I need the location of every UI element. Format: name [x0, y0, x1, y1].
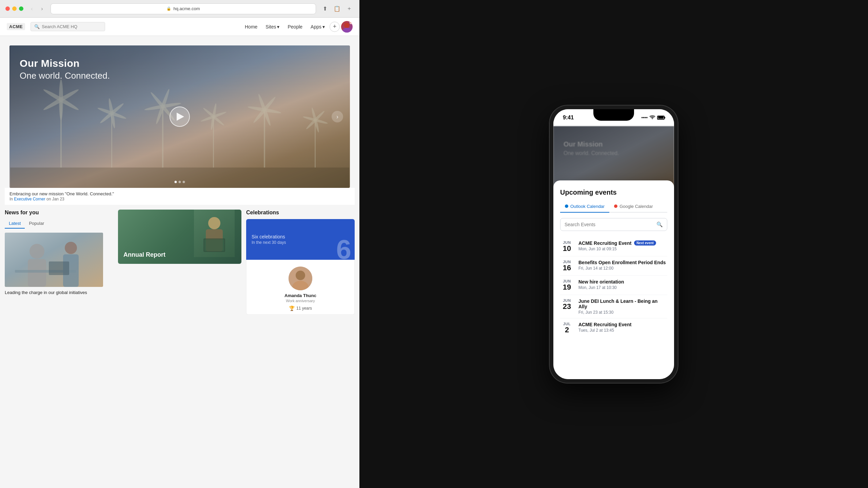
- chevron-down-icon: ▾: [277, 24, 279, 30]
- news-tabs: Latest Popular: [5, 219, 113, 229]
- svg-point-41: [296, 271, 305, 280]
- news-title: News for you: [5, 210, 113, 216]
- tab-popular[interactable]: Popular: [25, 219, 48, 229]
- play-button[interactable]: [170, 106, 190, 127]
- search-icon: 🔍: [656, 221, 663, 228]
- event-time-2: Fri, Jun 14 at 12:00: [578, 266, 667, 271]
- phone-side: 9:41 ▪▪▪▪: [359, 0, 868, 488]
- events-card: Upcoming events Outlook Calendar Google …: [553, 180, 674, 379]
- svg-point-48: [614, 204, 617, 208]
- celebrations-header: Six celebrations In the next 30 days 6: [246, 219, 355, 260]
- nav-home[interactable]: Home: [241, 22, 261, 32]
- site-wrapper: ACME 🔍 Home Sites ▾ People Apps ▾ +: [0, 18, 359, 488]
- signal-icon: ▪▪▪▪: [642, 115, 648, 120]
- news-image-bg: [5, 233, 103, 287]
- hero-dot-3[interactable]: [183, 181, 185, 183]
- phone-screen: 9:41 ▪▪▪▪: [553, 109, 674, 379]
- event-date-4: JUN 23: [560, 298, 574, 311]
- news-headline[interactable]: Leading the charge in our global initiat…: [5, 290, 113, 296]
- phone-device: 9:41 ▪▪▪▪: [549, 105, 678, 383]
- news-section: News for you Latest Popular: [5, 210, 113, 488]
- event-item-3[interactable]: JUN 19 New hire orientation Mon, Jun 17 …: [560, 276, 667, 295]
- site-nav: ACME 🔍 Home Sites ▾ People Apps ▾ +: [0, 18, 359, 36]
- svg-rect-44: [553, 126, 674, 187]
- status-icons: ▪▪▪▪: [642, 115, 665, 120]
- event-item-4[interactable]: JUN 23 June DEI Lunch & Learn - Being an…: [560, 295, 667, 318]
- wifi-svg: [649, 115, 655, 119]
- traffic-lights: [5, 6, 23, 11]
- person-role: Work anniversary: [286, 299, 315, 303]
- events-search-bar[interactable]: 🔍: [560, 218, 667, 231]
- new-tab-button[interactable]: ＋: [344, 4, 354, 14]
- svg-text:Our Mission: Our Mission: [564, 140, 603, 148]
- hero-text: Our Mission One world. Connected.: [20, 58, 110, 81]
- celebrations-card: Six celebrations In the next 30 days 6: [246, 219, 355, 315]
- status-time: 9:41: [563, 115, 574, 121]
- event-info-2: Benefits Open Enrollment Period Ends Fri…: [578, 260, 667, 271]
- nav-links: Home Sites ▾ People Apps ▾ +: [241, 21, 353, 33]
- hero-title: Our Mission: [20, 58, 110, 69]
- event-item-5[interactable]: JUL 2 ACME Recruiting Event Tues, Jul 2 …: [560, 318, 667, 337]
- add-button[interactable]: +: [330, 22, 340, 32]
- bookmark-button[interactable]: 📋: [332, 4, 342, 14]
- svg-point-36: [208, 217, 220, 229]
- play-icon: [177, 113, 184, 121]
- forward-button[interactable]: ›: [38, 4, 46, 13]
- event-info-1: ACME Recruiting Event Next event Mon, Ju…: [578, 240, 667, 251]
- event-time-3: Mon, Jun 17 at 10:30: [578, 285, 667, 290]
- minimize-button[interactable]: [12, 6, 17, 11]
- hero-dots: [175, 181, 185, 183]
- search-events-input[interactable]: [565, 222, 654, 227]
- svg-point-47: [565, 204, 568, 208]
- person-card: Amanda Thunc Work anniversary 🏆 11 years: [246, 260, 355, 315]
- chevron-down-icon: ▾: [322, 24, 325, 30]
- event-info-4: June DEI Lunch & Learn - Being an Ally F…: [578, 298, 667, 315]
- event-item-1[interactable]: JUN 10 ACME Recruiting Event Next event …: [560, 237, 667, 256]
- anniversary-years: 11 years: [296, 306, 312, 311]
- tab-google-calendar[interactable]: Google Calendar: [609, 201, 657, 213]
- hero-dot-2[interactable]: [179, 181, 181, 183]
- browser-window: ‹ › 🔒 hq.acme.com ⬆ 📋 ＋ ACME 🔍 Home Site…: [0, 0, 359, 488]
- nav-apps[interactable]: Apps ▾: [307, 22, 328, 32]
- person-avatar: [289, 267, 312, 290]
- avatar[interactable]: [341, 21, 353, 33]
- annual-report-label: Annual Report: [123, 251, 236, 258]
- news-image-svg: [5, 233, 103, 287]
- url-text: hq.acme.com: [173, 6, 200, 11]
- event-item-2[interactable]: JUN 16 Benefits Open Enrollment Period E…: [560, 256, 667, 276]
- site-search-bar[interactable]: 🔍: [31, 22, 105, 31]
- address-bar[interactable]: 🔒 hq.acme.com: [51, 3, 316, 14]
- tab-outlook-calendar[interactable]: Outlook Calendar: [560, 201, 609, 213]
- hero-dot-1[interactable]: [175, 181, 177, 183]
- tab-latest[interactable]: Latest: [5, 219, 25, 229]
- browser-actions: ⬆ 📋 ＋: [320, 4, 354, 14]
- search-input[interactable]: [42, 24, 101, 29]
- share-button[interactable]: ⬆: [320, 4, 330, 14]
- person-avatar-image: [289, 267, 312, 290]
- event-name-row-1: ACME Recruiting Event Next event: [578, 240, 667, 246]
- annual-report-card[interactable]: Annual Report: [118, 210, 241, 264]
- browser-chrome: ‹ › 🔒 hq.acme.com ⬆ 📋 ＋: [0, 0, 359, 18]
- nav-sites[interactable]: Sites ▾: [262, 22, 283, 32]
- annual-report-image: [194, 210, 235, 257]
- caption-link[interactable]: Executive Corner: [14, 197, 45, 201]
- annual-report-bg: [194, 210, 235, 257]
- hero-caption: Embracing our new mission "One World. Co…: [5, 188, 355, 205]
- close-button[interactable]: [5, 6, 10, 11]
- maximize-button[interactable]: [19, 6, 23, 11]
- event-date-1: JUN 10: [560, 240, 574, 253]
- caption-date: on Jan 23: [46, 197, 64, 201]
- celebrations-section: Celebrations Six celebrations In the nex…: [246, 210, 355, 488]
- svg-text:One world. Connected.: One world. Connected.: [564, 150, 619, 156]
- back-button[interactable]: ‹: [27, 4, 36, 13]
- event-date-5: JUL 2: [560, 322, 574, 334]
- next-slide-button[interactable]: ›: [332, 111, 343, 122]
- search-icon: 🔍: [34, 24, 40, 29]
- battery-icon: [657, 116, 665, 120]
- content-grid: News for you Latest Popular: [0, 205, 359, 488]
- google-icon: [614, 204, 617, 208]
- nav-people[interactable]: People: [284, 22, 306, 32]
- svg-point-29: [29, 244, 44, 259]
- phone-notch: [593, 109, 634, 121]
- svg-point-0: [344, 23, 350, 28]
